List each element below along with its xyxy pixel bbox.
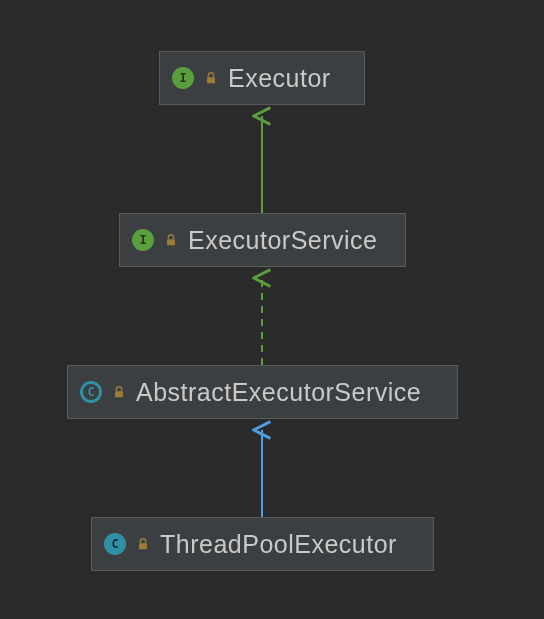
class-icon: C bbox=[104, 533, 126, 555]
svg-rect-2 bbox=[115, 391, 123, 397]
interface-icon: I bbox=[172, 67, 194, 89]
lock-icon bbox=[164, 233, 178, 247]
node-executor[interactable]: I Executor bbox=[159, 51, 365, 105]
svg-rect-1 bbox=[167, 239, 175, 245]
node-abstract-executor-service[interactable]: C AbstractExecutorService bbox=[67, 365, 458, 419]
abstract-class-icon: C bbox=[80, 381, 102, 403]
node-label: Executor bbox=[228, 64, 331, 93]
class-hierarchy-diagram: I Executor I ExecutorService C AbstractE… bbox=[0, 0, 544, 619]
node-label: ThreadPoolExecutor bbox=[160, 530, 397, 559]
interface-icon: I bbox=[132, 229, 154, 251]
lock-icon bbox=[136, 537, 150, 551]
svg-rect-3 bbox=[139, 543, 147, 549]
node-executor-service[interactable]: I ExecutorService bbox=[119, 213, 406, 267]
node-thread-pool-executor[interactable]: C ThreadPoolExecutor bbox=[91, 517, 434, 571]
lock-icon bbox=[204, 71, 218, 85]
node-label: AbstractExecutorService bbox=[136, 378, 421, 407]
svg-rect-0 bbox=[207, 77, 215, 83]
node-label: ExecutorService bbox=[188, 226, 378, 255]
lock-icon bbox=[112, 385, 126, 399]
